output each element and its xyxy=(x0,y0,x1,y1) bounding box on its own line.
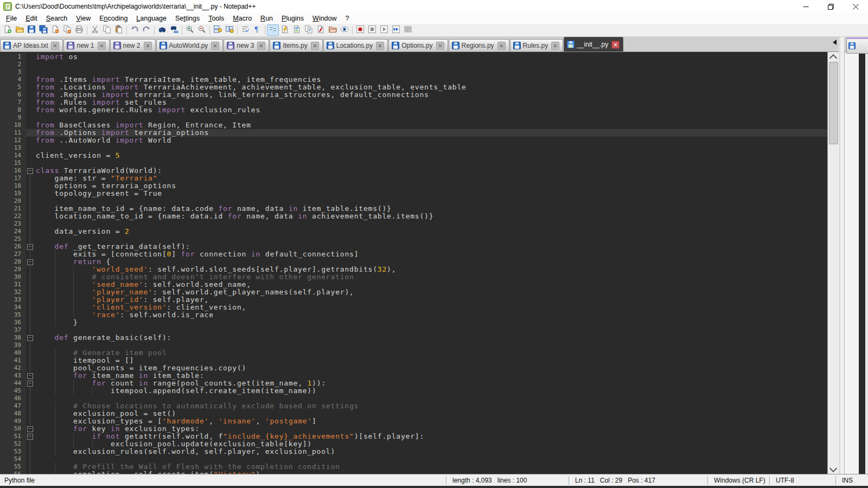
tab-close-icon[interactable] xyxy=(436,42,444,50)
fold-collapse-icon[interactable]: − xyxy=(26,380,35,387)
fold-collapse-icon[interactable]: − xyxy=(26,425,35,433)
line-number[interactable]: 13 xyxy=(0,144,26,152)
line-number[interactable]: 21 xyxy=(0,205,26,213)
close-all-button[interactable] xyxy=(61,24,73,36)
cut-button[interactable] xyxy=(89,24,101,36)
tab-close-icon[interactable] xyxy=(144,42,152,50)
tab-close-icon[interactable] xyxy=(376,42,384,50)
scroll-down-arrow-icon[interactable] xyxy=(828,465,839,474)
save-all-button[interactable] xyxy=(37,24,49,36)
line-number[interactable]: 34 xyxy=(0,304,26,311)
function-list-button[interactable] xyxy=(279,24,291,36)
tab-rules-py[interactable]: Rules.py xyxy=(510,39,564,52)
line-number[interactable]: 11 xyxy=(0,129,26,137)
line-number[interactable]: 8 xyxy=(0,106,26,114)
edit-marker-button[interactable] xyxy=(315,24,327,36)
fold-collapse-icon[interactable]: − xyxy=(26,167,35,175)
scroll-up-arrow-icon[interactable] xyxy=(828,52,839,61)
line-number[interactable]: 24 xyxy=(0,228,26,235)
tab-close-icon[interactable] xyxy=(51,42,59,50)
sync-horizontal-button[interactable] xyxy=(224,24,235,36)
indent-guide-button[interactable] xyxy=(267,24,279,36)
tab-autoworld-py[interactable]: AutoWorld.py xyxy=(156,39,224,52)
line-number[interactable]: 16 xyxy=(0,167,26,175)
menu-item-file[interactable]: File xyxy=(2,14,21,23)
line-number[interactable]: 52 xyxy=(0,440,26,448)
find-button[interactable] xyxy=(156,24,168,36)
tab--init-py[interactable]: __init__.py xyxy=(564,37,623,52)
menu-item-run[interactable]: Run xyxy=(256,14,277,23)
line-number[interactable]: 47 xyxy=(0,402,26,410)
line-number[interactable]: 23 xyxy=(0,220,26,228)
line-number[interactable]: 49 xyxy=(0,418,26,425)
line-number[interactable]: 53 xyxy=(0,448,26,455)
line-number[interactable]: 33 xyxy=(0,296,26,304)
view-splitter[interactable] xyxy=(839,37,844,474)
macro-play-button[interactable] xyxy=(378,24,390,36)
undo-button[interactable] xyxy=(129,24,141,36)
line-number[interactable]: 37 xyxy=(0,326,26,334)
replace-button[interactable]: ab xyxy=(168,24,180,36)
macro-stop-button[interactable] xyxy=(366,24,378,36)
close-button[interactable] xyxy=(843,0,868,13)
line-number[interactable]: 51 xyxy=(0,433,26,440)
word-wrap-button[interactable] xyxy=(239,24,251,36)
tab-items-py[interactable]: Items.py xyxy=(270,39,322,52)
menu-item-settings[interactable]: Settings xyxy=(171,14,204,23)
tab-close-icon[interactable] xyxy=(211,42,219,50)
line-number[interactable]: 10 xyxy=(0,121,26,129)
folder-as-workspace-button[interactable] xyxy=(327,24,339,36)
menu-item-search[interactable]: Search xyxy=(42,14,72,23)
menu-item-macro[interactable]: Macro xyxy=(228,14,256,23)
line-number[interactable]: 9 xyxy=(0,114,26,121)
tab-ap-ideas-txt[interactable]: AP Ideas.txt xyxy=(0,39,63,52)
macro-run-multiple-button[interactable] xyxy=(390,24,402,36)
line-number[interactable]: 20 xyxy=(0,197,26,205)
document-map-button[interactable] xyxy=(291,24,303,36)
tab-new-1[interactable]: new 1 xyxy=(63,39,109,52)
line-number[interactable]: 25 xyxy=(0,235,26,243)
line-number[interactable]: 14 xyxy=(0,152,26,159)
code-editor[interactable]: 1import os234from .Items import Terraria… xyxy=(0,52,827,474)
line-number[interactable]: 39 xyxy=(0,342,26,349)
line-number[interactable]: 56 xyxy=(0,471,26,474)
line-number[interactable]: 50 xyxy=(0,425,26,433)
line-number[interactable]: 19 xyxy=(0,190,26,197)
document-list-button[interactable] xyxy=(303,24,315,36)
line-number[interactable]: 54 xyxy=(0,455,26,463)
copy-button[interactable] xyxy=(101,24,113,36)
fold-collapse-icon[interactable]: − xyxy=(26,243,35,251)
line-number[interactable]: 5 xyxy=(0,84,26,91)
menu-item-plugins[interactable]: Plugins xyxy=(277,14,308,23)
line-number[interactable]: 32 xyxy=(0,288,26,296)
line-number[interactable]: 36 xyxy=(0,319,26,326)
save-file-button[interactable] xyxy=(25,24,37,36)
line-number[interactable]: 1 xyxy=(0,53,26,61)
line-number[interactable]: 28 xyxy=(0,258,26,266)
tab-locations-py[interactable]: Locations.py xyxy=(323,39,388,52)
line-number[interactable]: 26 xyxy=(0,243,26,251)
menu-item-language[interactable]: Language xyxy=(132,14,171,23)
menu-item-view[interactable]: View xyxy=(72,14,95,23)
tab-options-py[interactable]: Options.py xyxy=(388,39,448,52)
line-number[interactable]: 38 xyxy=(0,334,26,342)
vertical-scrollbar[interactable] xyxy=(827,52,839,474)
tab-close-icon[interactable] xyxy=(611,41,620,49)
redo-button[interactable] xyxy=(141,24,152,36)
tab-close-icon[interactable] xyxy=(311,42,319,50)
line-number[interactable]: 43 xyxy=(0,372,26,380)
scrollbar-thumb[interactable] xyxy=(829,62,838,144)
line-number[interactable]: 30 xyxy=(0,273,26,281)
restore-button[interactable] xyxy=(818,0,843,13)
line-number[interactable]: 48 xyxy=(0,410,26,418)
macro-save-button[interactable] xyxy=(402,24,414,36)
line-number[interactable]: 44 xyxy=(0,380,26,387)
line-number[interactable]: 15 xyxy=(0,159,26,167)
menu-item-tools[interactable]: Tools xyxy=(204,14,228,23)
open-file-button[interactable] xyxy=(14,24,25,36)
print-button[interactable] xyxy=(73,24,85,36)
tab-close-icon[interactable] xyxy=(551,42,559,50)
line-number[interactable]: 2 xyxy=(0,61,26,68)
fold-collapse-icon[interactable]: − xyxy=(26,372,35,380)
line-number[interactable]: 7 xyxy=(0,99,26,106)
